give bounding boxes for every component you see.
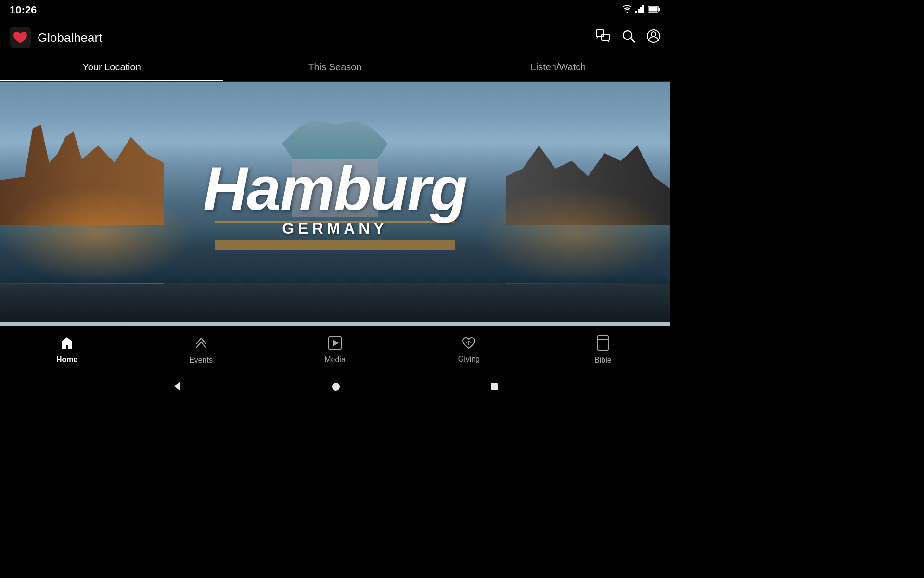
app-title: Globalheart [38, 30, 102, 45]
svg-point-12 [651, 32, 656, 37]
battery-icon [648, 5, 660, 15]
tab-listen-watch[interactable]: Listen/Watch [447, 55, 670, 81]
svg-rect-6 [649, 7, 658, 11]
city-text-overlay: Hamburg GERMANY [203, 158, 467, 237]
account-icon[interactable] [647, 29, 660, 46]
hero-fade [0, 274, 670, 322]
nav-label-giving: Giving [458, 355, 480, 364]
svg-rect-0 [635, 11, 637, 13]
below-hero-strip [0, 322, 670, 326]
svg-rect-1 [638, 9, 640, 13]
android-home-button[interactable] [332, 381, 340, 394]
svg-point-19 [332, 383, 340, 391]
concert-hall-top [282, 120, 388, 159]
app-actions [596, 29, 660, 46]
svg-line-10 [631, 39, 635, 42]
nav-item-bible[interactable]: Bible [536, 331, 670, 368]
app-logo-area: Globalheart [10, 27, 102, 48]
bible-icon [597, 335, 609, 353]
hero-image: Hamburg GERMANY [0, 82, 670, 322]
svg-marker-14 [333, 340, 339, 346]
nav-label-events: Events [189, 356, 213, 365]
nav-item-events[interactable]: Events [134, 331, 268, 368]
svg-rect-20 [491, 383, 498, 390]
app-bar: Globalheart [0, 20, 670, 55]
bottom-navigation: Home Events Media Giving [0, 326, 670, 374]
svg-rect-2 [640, 7, 642, 13]
home-icon [59, 336, 75, 353]
nav-item-home[interactable]: Home [0, 332, 134, 368]
nav-label-media: Media [324, 355, 346, 364]
svg-rect-8 [602, 34, 609, 40]
android-back-button[interactable] [171, 381, 182, 394]
city-lights-right [477, 187, 670, 283]
tab-your-location[interactable]: Your Location [0, 55, 223, 81]
svg-rect-7 [596, 30, 604, 37]
tab-bar: Your Location This Season Listen/Watch [0, 55, 670, 82]
status-icons [622, 5, 660, 16]
nav-item-media[interactable]: Media [268, 332, 402, 368]
svg-rect-5 [659, 8, 660, 11]
signal-icon [635, 5, 645, 16]
bridge-structure [215, 240, 455, 250]
status-bar: 10:26 [0, 0, 670, 20]
nav-label-bible: Bible [594, 356, 612, 365]
events-icon [194, 335, 208, 353]
svg-marker-18 [174, 382, 180, 391]
android-recents-button[interactable] [490, 381, 499, 394]
chat-icon[interactable] [596, 29, 610, 46]
app-logo-icon[interactable] [10, 27, 31, 48]
svg-point-9 [623, 31, 632, 39]
city-lights-left [0, 187, 192, 283]
wifi-icon [622, 5, 632, 16]
android-nav-bar [0, 374, 670, 402]
giving-icon [462, 336, 476, 352]
nav-label-home: Home [56, 355, 77, 364]
city-name: Hamburg [203, 158, 467, 220]
tab-this-season[interactable]: This Season [223, 55, 447, 81]
media-icon [328, 336, 342, 353]
search-icon[interactable] [622, 29, 635, 46]
svg-rect-3 [642, 5, 644, 13]
status-time: 10:26 [10, 4, 37, 16]
nav-item-giving[interactable]: Giving [402, 332, 536, 368]
